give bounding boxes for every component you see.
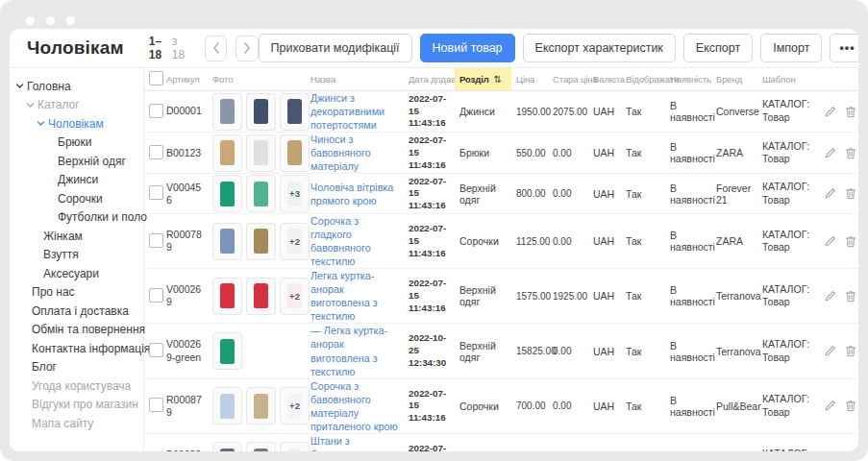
prev-page-button[interactable] [205, 36, 227, 61]
edit-button[interactable] [824, 106, 836, 118]
sidebar-item[interactable]: Каталог [10, 96, 143, 115]
sidebar-item[interactable]: Чоловікам [10, 114, 143, 133]
product-photo[interactable] [280, 134, 310, 172]
more-photos-badge[interactable]: +3 [280, 175, 310, 212]
product-photo[interactable] [246, 387, 276, 425]
product-name-link[interactable]: Сорочка з гладкого бавовняного текстилю [310, 214, 402, 268]
price-cell: 1575.00 [511, 291, 548, 302]
product-photo[interactable] [212, 175, 242, 212]
product-name-link[interactable]: Штани з бавовняного матеріалу прямого кр… [310, 434, 402, 451]
old-price-cell: 0.00 [548, 148, 588, 158]
product-photo[interactable] [280, 93, 310, 131]
product-name-link[interactable]: Легка куртка-анорак виготовлена з тексти… [310, 269, 402, 323]
more-photos-badge[interactable]: +2 [280, 278, 310, 315]
row-actions [817, 187, 858, 200]
date-cell: 2022-10-2512:34:30 [404, 332, 455, 369]
sidebar-item[interactable]: Відгуки про магазин [10, 396, 143, 415]
edit-button[interactable] [824, 235, 836, 248]
product-photo[interactable] [212, 387, 242, 425]
edit-button[interactable] [824, 290, 836, 303]
product-photo[interactable] [212, 332, 242, 370]
template-value: Товар [762, 296, 815, 309]
template-value: Товар [762, 406, 815, 420]
product-photo[interactable] [246, 134, 276, 172]
currency-cell: UAH [588, 346, 621, 357]
new-product-button[interactable]: Новий товар [420, 34, 515, 62]
product-name-link[interactable]: Джинси з декоративними потертостями [310, 91, 402, 132]
product-photo[interactable] [212, 223, 242, 260]
product-photo[interactable] [246, 442, 276, 451]
template-cell: КАТАЛОГ:Товар [757, 393, 817, 419]
old-price-cell: 0.00 [548, 188, 588, 199]
sidebar-item[interactable]: Джинси [10, 171, 143, 190]
date-cell: 2022-07-1511:43:16 [404, 93, 455, 130]
product-photo[interactable] [212, 93, 242, 131]
delete-button[interactable] [845, 345, 856, 357]
export-characteristics-button[interactable]: Експорт характеристик [523, 34, 676, 62]
delete-button[interactable] [845, 106, 856, 118]
sidebar-item[interactable]: Жінкам [10, 227, 143, 246]
export-button[interactable]: Експорт [683, 34, 753, 62]
template-type: КАТАЛОГ: [762, 283, 815, 297]
edit-button[interactable] [824, 187, 836, 200]
edit-button[interactable] [824, 345, 836, 357]
header-section-sorted[interactable]: Розділ ⇅ [455, 68, 511, 90]
product-photo[interactable] [212, 134, 242, 172]
window-control-dot [26, 16, 35, 25]
photo-cell: +2 [208, 278, 306, 315]
row-actions [817, 235, 858, 248]
import-button[interactable]: Імпорт [760, 34, 822, 62]
sidebar-item-label: Контактна інформація [32, 342, 150, 355]
window-control-dot [46, 16, 55, 25]
edit-button[interactable] [824, 147, 836, 159]
visibility-cell: Так [621, 188, 665, 200]
delete-button[interactable] [845, 147, 856, 159]
product-name-link[interactable]: Чоловіча вітрівка прямого крою [310, 181, 402, 207]
trash-icon [845, 187, 856, 200]
sidebar-item[interactable]: Футболки и поло [10, 208, 143, 228]
sidebar-item[interactable]: Блог [10, 358, 143, 377]
more-photos-badge[interactable]: +2 [280, 442, 310, 451]
template-type: КАТАЛОГ: [762, 448, 815, 451]
availability-cell: В наявності [665, 449, 711, 451]
product-photo[interactable] [246, 93, 276, 131]
product-name-link[interactable]: Сорочка з бавовняного матеріалу притален… [310, 379, 402, 433]
hide-modifications-button[interactable]: Приховати модифікації [259, 34, 412, 62]
sidebar-item[interactable]: Про нас [10, 283, 143, 303]
more-photos-badge[interactable]: +2 [280, 223, 310, 260]
section-cell: Верхній одяг [455, 340, 511, 363]
table-row: V000269 +2 Легка куртка-анорак виготовле… [144, 269, 858, 324]
sidebar-item[interactable]: Головна [10, 77, 143, 96]
sidebar-item[interactable]: Контактна інформація [10, 339, 143, 358]
table-row: R000879 +2 Сорочка з бавовняного матеріа… [144, 379, 858, 434]
more-actions-button[interactable]: ••• [830, 34, 858, 62]
product-photo[interactable] [246, 278, 276, 315]
next-page-button[interactable] [236, 36, 258, 61]
sidebar-item[interactable]: Сорочки [10, 189, 143, 208]
sidebar-item[interactable]: Угода користувача [10, 376, 143, 396]
sidebar-item[interactable]: Взуття [10, 246, 143, 265]
name-cell: Легка куртка-анорак виготовлена з тексти… [306, 269, 404, 323]
delete-button[interactable] [845, 400, 856, 412]
sidebar-item[interactable]: Брюки [10, 133, 143, 153]
delete-button[interactable] [845, 187, 856, 200]
product-photo[interactable] [212, 278, 242, 315]
edit-button[interactable] [824, 400, 836, 412]
product-photo[interactable] [246, 175, 276, 212]
name-cell: Сорочка з гладкого бавовняного текстилю [306, 214, 404, 268]
header-brand: Бренд [711, 74, 757, 85]
sidebar-item[interactable]: Оплата і доставка [10, 302, 143, 321]
sidebar-item[interactable]: Мапа сайту [10, 414, 143, 433]
trash-icon [845, 235, 856, 248]
product-photo[interactable] [212, 442, 242, 451]
delete-button[interactable] [845, 290, 856, 303]
delete-button[interactable] [845, 235, 856, 248]
sort-icon: ⇅ [494, 74, 502, 85]
product-photo[interactable] [246, 223, 276, 260]
sidebar-item[interactable]: Обмін та повернення [10, 321, 143, 340]
product-name-link[interactable]: Чиноси з бавовняного матеріалу [310, 133, 402, 173]
more-photos-badge[interactable]: +2 [280, 387, 310, 425]
product-name-link[interactable]: — Легка куртка-анорак виготовлена з текс… [310, 324, 402, 377]
sidebar-item[interactable]: Аксесуари [10, 264, 143, 283]
sidebar-item[interactable]: Верхній одяг [10, 152, 143, 171]
